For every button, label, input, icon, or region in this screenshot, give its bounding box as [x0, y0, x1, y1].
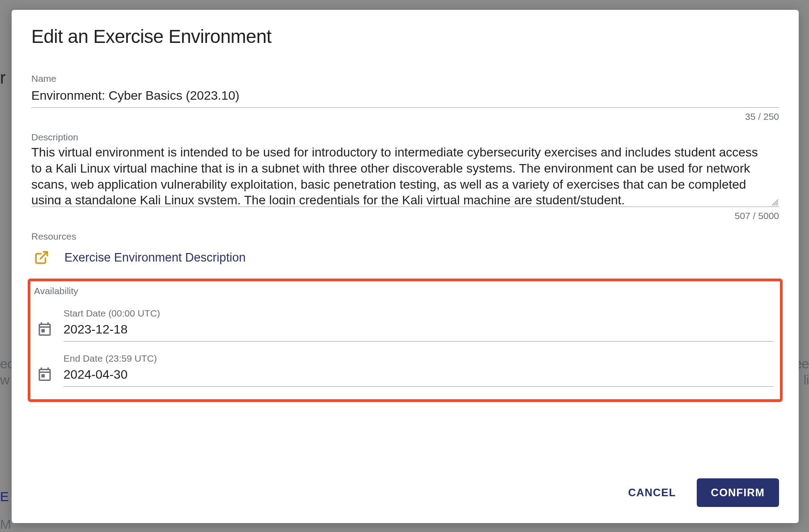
- svg-line-0: [40, 252, 47, 259]
- edit-environment-dialog: Edit an Exercise Environment Name 35 / 2…: [12, 10, 799, 523]
- end-date-label: End Date (23:59 UTC): [64, 353, 774, 364]
- calendar-icon[interactable]: [37, 321, 53, 337]
- description-label: Description: [31, 132, 779, 143]
- bg-text: li: [804, 372, 809, 388]
- dialog-actions: CANCEL CONFIRM: [623, 478, 779, 507]
- availability-label: Availability: [34, 286, 774, 296]
- name-input[interactable]: [31, 86, 779, 108]
- availability-highlight: Availability Start Date (00:00 UTC): [28, 279, 783, 402]
- description-field: Description: [31, 132, 779, 207]
- name-label: Name: [31, 73, 779, 84]
- svg-rect-1: [42, 329, 45, 333]
- open-in-new-icon[interactable]: [34, 250, 49, 265]
- start-date-label: Start Date (00:00 UTC): [64, 308, 774, 319]
- confirm-button[interactable]: CONFIRM: [697, 478, 779, 507]
- end-date-input[interactable]: [64, 366, 774, 387]
- bg-text: w: [0, 372, 9, 388]
- description-textarea[interactable]: [31, 144, 779, 205]
- calendar-icon[interactable]: [37, 366, 53, 382]
- start-date-input[interactable]: [64, 321, 774, 342]
- resource-row: Exercise Environment Description: [31, 250, 779, 265]
- cancel-button[interactable]: CANCEL: [623, 480, 680, 505]
- description-char-counter: 507 / 5000: [31, 211, 779, 221]
- bg-text: M: [0, 517, 11, 532]
- name-char-counter: 35 / 250: [31, 111, 779, 122]
- svg-rect-2: [42, 374, 45, 378]
- name-field: Name: [31, 73, 779, 108]
- resources-label: Resources: [31, 231, 779, 242]
- start-date-row: Start Date (00:00 UTC): [34, 308, 774, 342]
- end-date-row: End Date (23:59 UTC): [34, 353, 774, 387]
- dialog-title: Edit an Exercise Environment: [31, 26, 779, 47]
- bg-text: r: [0, 68, 5, 88]
- resource-link[interactable]: Exercise Environment Description: [64, 251, 246, 265]
- bg-text: E: [0, 489, 9, 504]
